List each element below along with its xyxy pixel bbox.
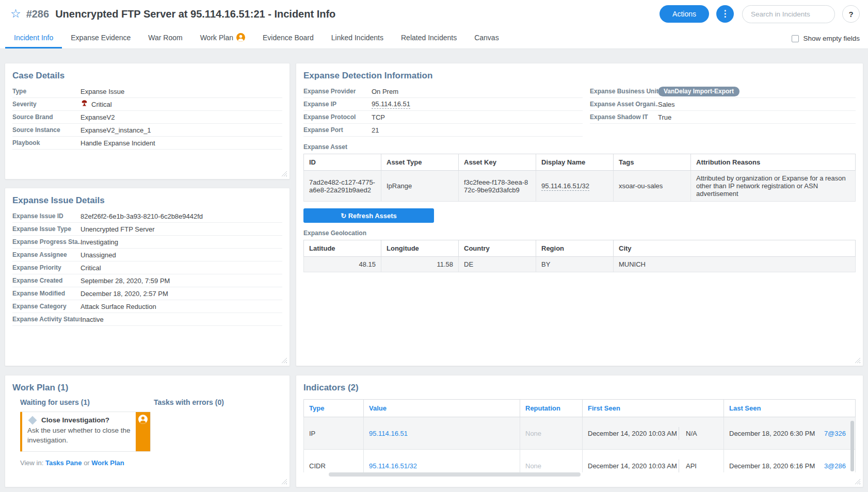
critical-severity-icon (81, 100, 88, 109)
indicators-table-viewport: Type Value Reputation First Seen Last Se… (303, 399, 856, 472)
case-details-title: Case Details (12, 71, 282, 81)
asset-col-display-name: Display Name (536, 154, 614, 171)
case-details-panel: Case Details Type Expanse Issue Severity… (5, 63, 290, 179)
indicators-col-reputation[interactable]: Reputation (520, 400, 583, 417)
indicators-col-first-seen[interactable]: First Seen (583, 400, 724, 417)
asset-display-name-link[interactable]: 95.114.16.51/32 (541, 182, 589, 191)
indicators-table: Type Value Reputation First Seen Last Se… (303, 399, 856, 472)
waiting-for-users-header: Waiting for users (1) (20, 398, 154, 406)
favorite-star-icon[interactable]: ☆ (10, 7, 21, 21)
tab-incident-info[interactable]: Incident Info (5, 28, 62, 48)
field-source-brand[interactable]: Source Brand ExpanseV2 (12, 111, 282, 124)
asset-col-type: Asset Type (381, 154, 459, 171)
indicator-related-link[interactable]: 3@286 (824, 462, 850, 470)
asset-table-row: 7ad2e482-c127-4775-a6e8-22a291b9aed2 IpR… (304, 171, 856, 202)
geo-country-cell: DE (459, 257, 536, 272)
field-expanse-asset-organization[interactable]: Expanse Asset Organi... Sales (590, 98, 856, 111)
expanse-ip-link[interactable]: 95.114.16.51 (372, 100, 410, 109)
panel-resize-handle[interactable] (855, 479, 860, 484)
field-expanse-activity-status[interactable]: Expanse Activity Status Inactive (12, 313, 282, 326)
geo-col-latitude: Latitude (304, 240, 381, 257)
field-expanse-port[interactable]: Expanse Port 21 (303, 124, 583, 137)
indicator-row-cidr: CIDR 95.114.16.51/32 None December 14, 2… (304, 450, 856, 473)
indicator-related-link[interactable]: 7@326 (824, 430, 850, 437)
indicator-type-cell: IP (304, 417, 364, 450)
geo-col-country: Country (459, 240, 536, 257)
indicator-value-cell: 95.114.16.51/32 (364, 450, 520, 473)
field-expanse-category[interactable]: Expanse Category Attack Surface Reductio… (12, 300, 282, 313)
task-title: Close Investigation? (41, 416, 109, 424)
indicator-last-seen-cell: December 18, 2020 6:16 PM3@286 (724, 450, 856, 473)
indicator-row-ip: IP 95.114.16.51 None December 14, 2020 1… (304, 417, 856, 450)
field-expanse-priority[interactable]: Expanse Priority Critical (12, 261, 282, 274)
business-unit-tag[interactable]: VanDelay Import-Export (658, 87, 740, 96)
help-button[interactable]: ? (842, 5, 860, 23)
condition-diamond-icon (28, 416, 37, 424)
top-bar: ☆ #286 Unencrypted FTP Server at 95.114.… (0, 0, 868, 28)
geo-col-region: Region (536, 240, 614, 257)
show-empty-fields-checkbox[interactable] (792, 35, 799, 42)
geo-col-city: City (614, 240, 856, 257)
tab-war-room[interactable]: War Room (139, 28, 191, 48)
indicators-panel: Indicators (2) Type Value Reputation Fir… (296, 375, 863, 487)
indicator-last-seen-cell: December 18, 2020 6:30 PM7@326 (724, 417, 856, 450)
field-expanse-modified[interactable]: Expanse Modified December 18, 2020, 2:57… (12, 287, 282, 300)
incident-number: #286 (26, 8, 50, 20)
work-plan-title: Work Plan (1) (12, 383, 282, 393)
indicators-col-last-seen[interactable]: Last Seen (724, 400, 856, 417)
field-expanse-issue-type[interactable]: Expanse Issue Type Unencrypted FTP Serve… (12, 223, 282, 236)
horizontal-scrollbar[interactable] (329, 472, 581, 477)
indicator-value-link[interactable]: 95.114.16.51 (369, 430, 408, 437)
field-expanse-business-units[interactable]: Expanse Business Units VanDelay Import-E… (590, 85, 856, 98)
field-type[interactable]: Type Expanse Issue (12, 85, 282, 98)
asset-id-cell: 7ad2e482-c127-4775-a6e8-22a291b9aed2 (304, 171, 381, 202)
expanse-geolocation-label: Expanse Geolocation (303, 229, 856, 237)
expanse-asset-label: Expanse Asset (303, 143, 856, 151)
work-plan-link[interactable]: Work Plan (91, 459, 124, 467)
view-in-row: View in: Tasks Pane or Work Plan (20, 459, 282, 467)
tab-related-incidents[interactable]: Related Incidents (392, 28, 465, 48)
more-options-icon[interactable]: ⋮ (716, 5, 734, 23)
field-expanse-progress-status[interactable]: Expanse Progress Sta... Investigating (12, 236, 282, 249)
asset-col-key: Asset Key (459, 154, 536, 171)
indicator-value-link[interactable]: 95.114.16.51/32 (369, 462, 417, 470)
actions-button[interactable]: Actions (660, 5, 709, 23)
geo-longitude-cell: 11.58 (381, 257, 459, 272)
tab-evidence-board[interactable]: Evidence Board (254, 28, 323, 48)
field-severity[interactable]: Severity Critical (12, 98, 282, 111)
panel-resize-handle[interactable] (281, 357, 287, 363)
field-expanse-assignee[interactable]: Expanse Assignee Unassigned (12, 249, 282, 261)
geo-col-longitude: Longitude (381, 240, 459, 257)
asset-col-id: ID (304, 154, 381, 171)
indicator-reputation-cell: None (520, 450, 583, 473)
tab-linked-incidents[interactable]: Linked Incidents (323, 28, 392, 48)
refresh-assets-button[interactable]: ↻ Refresh Assets (303, 208, 434, 223)
panel-resize-handle[interactable] (281, 479, 287, 484)
panel-resize-handle[interactable] (855, 357, 860, 363)
task-card-close-investigation[interactable]: Close Investigation? Ask the user whethe… (20, 412, 151, 452)
field-playbook[interactable]: Playbook Handle Expanse Incident (12, 137, 282, 150)
tab-canvas[interactable]: Canvas (465, 28, 507, 48)
search-input[interactable] (742, 5, 835, 23)
field-expanse-shadow-it[interactable]: Expanse Shadow IT True (590, 111, 856, 124)
task-description: Ask the user whether to close the invest… (27, 425, 132, 445)
field-expanse-ip[interactable]: Expanse IP 95.114.16.51 (303, 98, 583, 111)
field-expanse-provider[interactable]: Expanse Provider On Prem (303, 85, 583, 98)
tab-expanse-evidence[interactable]: Expanse Evidence (62, 28, 139, 48)
expanse-issue-details-panel: Expanse Issue Details Expanse Issue ID 8… (5, 188, 290, 366)
field-expanse-protocol[interactable]: Expanse Protocol TCP (303, 111, 583, 124)
tasks-pane-link[interactable]: Tasks Pane (45, 459, 82, 467)
asset-type-cell: IpRange (381, 171, 459, 202)
geo-region-cell: BY (536, 257, 614, 272)
vertical-scrollbar[interactable] (850, 421, 854, 471)
field-source-instance[interactable]: Source Instance ExpanseV2_instance_1 (12, 124, 282, 137)
user-pending-icon (236, 29, 245, 49)
work-plan-panel: Work Plan (1) Waiting for users (1) Task… (5, 375, 290, 487)
field-expanse-created[interactable]: Expanse Created September 28, 2020, 7:59… (12, 274, 282, 287)
indicators-col-value[interactable]: Value (364, 400, 520, 417)
field-expanse-issue-id[interactable]: Expanse Issue ID 82ef26f2-6e1b-3a93-8210… (12, 210, 282, 223)
panel-resize-handle[interactable] (281, 171, 287, 176)
tab-work-plan[interactable]: Work Plan (191, 28, 254, 48)
indicators-col-type[interactable]: Type (304, 400, 364, 417)
expanse-geolocation-table: Latitude Longitude Country Region City 4… (303, 240, 856, 272)
